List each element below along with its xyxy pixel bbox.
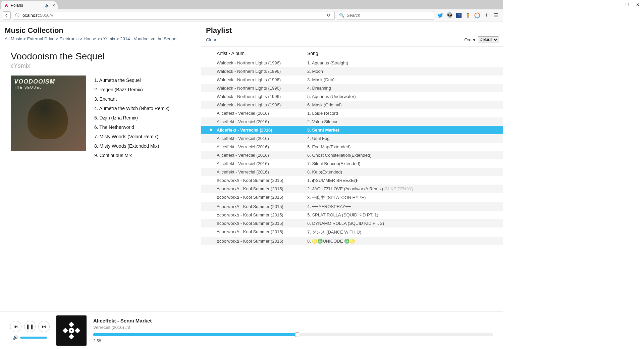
- ext-icon-3[interactable]: [474, 12, 480, 18]
- row-artist: ∆coolworx∆ - Kool Summer (2015): [217, 204, 307, 209]
- back-button[interactable]: [3, 11, 11, 19]
- tab-title: Polaris: [11, 3, 23, 8]
- search-icon: 🔍: [339, 13, 344, 18]
- browser-tab[interactable]: Polaris 🔈 ×: [1, 1, 58, 9]
- volume-slider[interactable]: [20, 337, 47, 339]
- browser-search[interactable]: 🔍: [337, 11, 434, 20]
- playlist-row[interactable]: Aliceffekt - Verreciel (2016)7. Silent B…: [201, 159, 503, 168]
- track-item[interactable]: 1. Aumetra the Sequel: [94, 76, 169, 85]
- playlist-row[interactable]: ∆coolworx∆ - Kool Summer (2015)5. SPLAT …: [201, 211, 503, 219]
- playlist-row[interactable]: Aliceffekt - Verreciel (2016)8. Kelp(Ext…: [201, 168, 503, 176]
- progress-bar[interactable]: [93, 333, 493, 336]
- twitter-icon[interactable]: [437, 12, 443, 18]
- playlist-row[interactable]: Aliceffekt - Verreciel (2016)4. Usul Fog: [201, 134, 503, 143]
- playlist-title: Playlist: [206, 26, 498, 35]
- track-item[interactable]: 6. The Netherworld: [94, 122, 169, 132]
- playlist-row[interactable]: Waldeck - Northern Lights (1996)1. Aquar…: [201, 59, 503, 67]
- order-label: Order:: [464, 37, 477, 42]
- ext-icon-2[interactable]: 🧍: [465, 12, 471, 18]
- playlist-row[interactable]: Aliceffekt - Verreciel (2016)2. Valen Si…: [201, 117, 503, 126]
- playlist-row[interactable]: ∆coolworx∆ - Kool Summer (2015)8. ♌♎UNIC…: [201, 237, 503, 245]
- track-item[interactable]: 2. Regen (Bazz Remix): [94, 85, 169, 94]
- row-song: 4. ⟶AEROSPRAY⟵: [307, 204, 503, 209]
- row-artist: Aliceffekt - Verreciel (2016): [217, 119, 307, 124]
- search-input[interactable]: [346, 13, 432, 18]
- url-bar: ⓘ localhost:5050/# ↻ 🔍 👽 □ 🧍 ⬇ ☰: [0, 9, 503, 21]
- playlist-row[interactable]: Waldeck - Northern Lights (1996)2. Moon: [201, 67, 503, 76]
- track-item[interactable]: 8. Misty Woods (Extended Mix): [94, 141, 169, 151]
- playlist-row[interactable]: Aliceffekt - Verreciel (2016)5. Fog Map(…: [201, 143, 503, 151]
- playlist-row[interactable]: ∆coolworx∆ - Kool Summer (2015)7. ダンス (D…: [201, 228, 503, 237]
- row-song: 6. Mask (Original): [307, 102, 503, 107]
- breadcrumb[interactable]: All Music > External Drive > Electronic …: [5, 36, 196, 41]
- row-artist: Aliceffekt - Verreciel (2016): [217, 153, 307, 158]
- playlist-row[interactable]: ∆coolworx∆ - Kool Summer (2015)4. ⟶AEROS…: [201, 202, 503, 211]
- browser-chrome: Polaris 🔈 × — ❐ ✕ ⓘ localhost:5050/# ↻ 🔍…: [0, 0, 503, 21]
- album-art[interactable]: VOODOOISM THE SEQUEL: [11, 76, 86, 151]
- collection-title: Music Collection: [5, 26, 196, 35]
- playlist-row[interactable]: ∆coolworx∆ - Kool Summer (2015)2. JACUZZ…: [201, 185, 503, 193]
- menu-icon[interactable]: ☰: [493, 12, 499, 18]
- row-song: 1. Loiqe Record: [307, 111, 503, 116]
- playlist-row[interactable]: Waldeck - Northern Lights (1996)6. Mask …: [201, 101, 503, 109]
- track-item[interactable]: 3. Enchant: [94, 94, 169, 104]
- row-artist: ∆coolworx∆ - Kool Summer (2015): [217, 186, 307, 191]
- playlist-row[interactable]: Waldeck - Northern Lights (1996)4. Dream…: [201, 84, 503, 92]
- playlist-row[interactable]: ∆coolworx∆ - Kool Summer (2015)1. ◐SUMME…: [201, 176, 503, 185]
- track-item[interactable]: 5. Dzjin (Izna Remix): [94, 113, 169, 122]
- playlist-row[interactable]: Waldeck - Northern Lights (1996)3. Mask …: [201, 76, 503, 84]
- track-item[interactable]: 9. Continuous Mix: [94, 151, 169, 160]
- row-artist: Aliceffekt - Verreciel (2016): [217, 169, 307, 174]
- order-select[interactable]: Default: [478, 36, 498, 43]
- row-song: 2. Moon: [307, 69, 503, 74]
- row-song: 2. Valen Silence: [307, 119, 503, 124]
- row-song: 7. Silent Beacon(Extended): [307, 161, 503, 166]
- playlist-row[interactable]: ∆coolworx∆ - Kool Summer (2015)3. 一晩中 (S…: [201, 193, 503, 202]
- volume-icon[interactable]: 🔊: [13, 335, 18, 340]
- audio-playing-icon[interactable]: 🔈: [45, 3, 50, 8]
- row-artist: ∆coolworx∆ - Kool Summer (2015): [217, 221, 307, 226]
- track-item[interactable]: 4. Aumetra the Witch (Nhato Remix): [94, 104, 169, 113]
- row-song: 6. DYNAMO ROLLA (SQUID KID PT. 2): [307, 221, 503, 226]
- header-artist: Artist - Album: [217, 51, 307, 56]
- url-text: localhost:5050/#: [21, 13, 323, 18]
- reload-icon[interactable]: ↻: [325, 13, 332, 18]
- album-title: Voodooism the Sequel: [11, 51, 190, 62]
- reddit-icon[interactable]: 👽: [447, 12, 453, 18]
- site-info-icon[interactable]: ⓘ: [15, 12, 19, 18]
- row-artist: ∆coolworx∆ - Kool Summer (2015): [217, 239, 307, 244]
- collection-panel: Music Collection All Music > External Dr…: [0, 21, 201, 311]
- row-song: 4. Dreaming: [307, 86, 503, 91]
- tab-close-icon[interactable]: ×: [52, 3, 56, 8]
- progress-thumb[interactable]: [295, 332, 299, 337]
- playlist-row[interactable]: ∆coolworx∆ - Kool Summer (2015)6. DYNAMO…: [201, 219, 503, 228]
- favicon-icon: [4, 3, 9, 8]
- track-item[interactable]: 7. Misty Woods (Volant Remix): [94, 132, 169, 141]
- prev-button[interactable]: ⏮: [10, 321, 21, 332]
- next-button[interactable]: ⏭: [38, 321, 50, 332]
- now-sub: Verreciel (2016) #3: [93, 325, 493, 330]
- row-artist: ∆coolworx∆ - Kool Summer (2015): [217, 195, 307, 201]
- playlist-row[interactable]: Aliceffekt - Verreciel (2016)6. Ghost Co…: [201, 151, 503, 159]
- ext-icon-1[interactable]: □: [456, 13, 462, 18]
- album-artist: cYsmix: [11, 62, 190, 69]
- tab-bar: Polaris 🔈 × — ❐ ✕: [0, 0, 503, 9]
- track-list: 1. Aumetra the Sequel2. Regen (Bazz Remi…: [94, 76, 169, 160]
- row-artist: Waldeck - Northern Lights (1996): [217, 69, 307, 74]
- row-song: 8. ♌♎UNICODE ♎♌: [307, 239, 503, 244]
- playlist-row[interactable]: Aliceffekt - Verreciel (2016)1. Loiqe Re…: [201, 109, 503, 117]
- row-song: 3. Senni Market: [307, 128, 503, 133]
- now-playing-art[interactable]: [56, 315, 87, 346]
- elapsed-time: 2:58: [93, 339, 493, 343]
- row-artist: Aliceffekt - Verreciel (2016): [217, 136, 307, 141]
- row-artist: Aliceffekt - Verreciel (2016): [217, 111, 307, 116]
- download-icon[interactable]: ⬇: [484, 12, 490, 18]
- pause-button[interactable]: ❚❚: [24, 321, 36, 332]
- toolbar-icons: 👽 □ 🧍 ⬇ ☰: [436, 12, 500, 18]
- playlist-row[interactable]: ▶Aliceffekt - Verreciel (2016)3. Senni M…: [201, 126, 503, 134]
- row-song: 1. ◐SUMMER BREEZE◑: [307, 178, 503, 183]
- playlist-row[interactable]: Waldeck - Northern Lights (1996)5. Aquar…: [201, 92, 503, 101]
- clear-link[interactable]: Clear: [206, 37, 216, 42]
- address-bar[interactable]: ⓘ localhost:5050/# ↻: [13, 11, 335, 20]
- row-artist: Aliceffekt - Verreciel (2016): [217, 128, 307, 133]
